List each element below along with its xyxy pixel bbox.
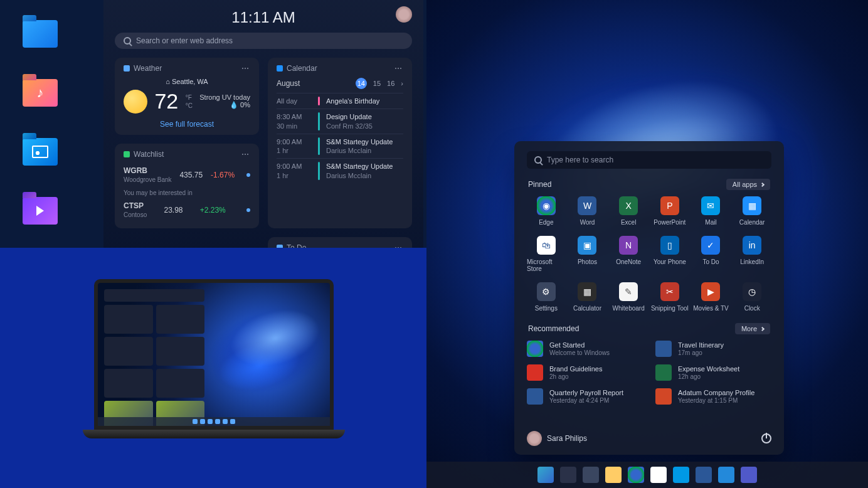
power-button[interactable] [761, 433, 771, 443]
app-icon: ◷ [743, 282, 761, 301]
pin-calculator[interactable]: ▦ Calculator [568, 282, 607, 312]
taskbar-teams[interactable] [741, 467, 757, 483]
weather-widget[interactable]: Weather ⋯ ⌂ Seattle, WA 72 °F °C Strong … [115, 58, 259, 135]
pin-excel[interactable]: X Excel [609, 196, 648, 226]
recommended-item[interactable]: Quarterly Payroll ReportYesterday at 4:2… [527, 388, 643, 405]
app-icon: 🛍 [537, 236, 556, 255]
app-icon: ✎ [619, 282, 638, 301]
pin-photos[interactable]: ▣ Photos [568, 236, 607, 272]
recommended-item[interactable]: Get StartedWelcome to Windows [527, 341, 643, 357]
calendar-event[interactable]: 9:00 AM1 hr S&M Startegy UpdateDarius Mc… [277, 158, 403, 183]
app-icon: ▶ [701, 282, 720, 301]
calendar-event[interactable]: 8:30 AM30 min Design UpdateConf Rm 32/35 [277, 109, 403, 134]
laptop-preview [94, 279, 334, 438]
stock-row[interactable]: WGRBWoodgrove Bank 435.75 -1.67% [124, 164, 250, 187]
start-search[interactable]: Type here to search [527, 151, 771, 169]
folder-pictures[interactable] [23, 138, 58, 166]
folder-documents[interactable] [23, 20, 58, 48]
widgets-avatar[interactable] [396, 6, 412, 23]
more-icon[interactable]: ⋯ [394, 64, 403, 73]
pin-calendar[interactable]: ▦ Calendar [733, 196, 771, 226]
pin-edge[interactable]: ◉ Edge [527, 196, 566, 226]
weather-extra: Strong UV today 💧 0% [199, 93, 250, 109]
taskbar-search[interactable] [560, 467, 576, 483]
weather-location: Seattle, WA [172, 78, 208, 85]
weather-units: °F °C [186, 93, 193, 110]
more-button[interactable]: More [735, 323, 770, 334]
all-apps-button[interactable]: All apps [726, 179, 770, 190]
pin-powerpoint[interactable]: P PowerPoint [650, 196, 689, 226]
app-icon: ⚙ [537, 282, 556, 301]
taskbar-task-view[interactable] [583, 467, 599, 483]
start-user[interactable]: Sara Philips [527, 431, 587, 446]
pin-snipping-tool[interactable]: ✂ Snipping Tool [650, 282, 689, 312]
play-icon [23, 197, 58, 225]
widgets-panel: 11:11 AM Search or enter web address Wea… [103, 0, 423, 248]
desktop-folders [23, 20, 58, 225]
app-icon: ▦ [743, 196, 761, 215]
app-icon: ✂ [660, 282, 679, 301]
pin-settings[interactable]: ⚙ Settings [527, 282, 566, 312]
calendar-days[interactable]: 14 15 16 › [356, 78, 403, 89]
calendar-event[interactable]: 9:00 AM1 hr S&M Startegy UpdateDarius Mc… [277, 134, 403, 159]
app-icon: ✉ [701, 196, 720, 215]
more-icon[interactable]: ⋯ [241, 150, 250, 159]
taskbar-photos[interactable] [718, 467, 734, 483]
folder-videos[interactable] [23, 197, 58, 225]
more-icon[interactable]: ⋯ [241, 64, 250, 73]
recommended-item[interactable]: Travel Itinerary17m ago [655, 341, 771, 357]
forecast-link[interactable]: See full forecast [124, 120, 250, 129]
photo-icon [23, 138, 58, 166]
recommended-item[interactable]: Adatum Company ProfileYesterday at 1:15 … [655, 388, 771, 405]
file-icon [527, 388, 543, 405]
widgets-search[interactable]: Search or enter web address [115, 33, 412, 49]
stock-dot [246, 173, 250, 177]
file-icon [527, 341, 543, 357]
app-icon: N [619, 236, 638, 255]
music-icon [23, 79, 58, 107]
pin-clock[interactable]: ◷ Clock [733, 282, 771, 312]
watchlist-widget[interactable]: Watchlist ⋯ WGRBWoodgrove Bank 435.75 -1… [115, 144, 259, 228]
taskbar-start[interactable] [537, 467, 554, 483]
taskbar-store[interactable] [650, 467, 667, 483]
watchlist-title: Watchlist [134, 150, 164, 159]
app-icon: P [660, 196, 679, 215]
chevron-right-icon [760, 182, 765, 186]
pin-your-phone[interactable]: ▯ Your Phone [650, 236, 689, 272]
pin-whiteboard[interactable]: ✎ Whiteboard [609, 282, 648, 312]
taskbar-edge[interactable] [628, 467, 644, 483]
taskbar-explorer[interactable] [605, 467, 622, 483]
recommended-item[interactable]: Brand Guidelines2h ago [527, 364, 643, 381]
pin-linkedin[interactable]: in LinkedIn [733, 236, 771, 272]
chevron-right-icon [760, 326, 765, 331]
pin-onenote[interactable]: N OneNote [609, 236, 648, 272]
calendar-event[interactable]: All day Angela's Birthday [277, 93, 403, 109]
stock-dot [246, 208, 250, 212]
file-icon [655, 341, 672, 357]
app-icon: ▯ [660, 236, 679, 255]
stock-row[interactable]: CTSPContoso 23.98 +2.23% [124, 199, 250, 222]
start-menu: Type here to search Pinned All apps ◉ Ed… [514, 141, 784, 455]
pinned-label: Pinned [528, 180, 551, 189]
calendar-widget[interactable]: Calendar ⋯ August 14 15 16 › All day Ang… [268, 58, 412, 228]
taskbar-mail[interactable] [673, 467, 689, 483]
widgets-time: 11:11 AM [115, 9, 412, 26]
pin-to-do[interactable]: ✓ To Do [692, 236, 731, 272]
search-placeholder: Search or enter web address [136, 36, 233, 45]
pin-mail[interactable]: ✉ Mail [692, 196, 731, 226]
pin-word[interactable]: W Word [568, 196, 607, 226]
app-icon: ▦ [578, 282, 596, 301]
folder-music[interactable] [23, 79, 58, 107]
pin-movies-tv[interactable]: ▶ Movies & TV [692, 282, 731, 312]
taskbar-word[interactable] [696, 467, 712, 483]
pin-microsoft-store[interactable]: 🛍 Microsoft Store [527, 236, 566, 272]
user-name: Sara Philips [547, 434, 587, 443]
search-icon [534, 156, 542, 164]
avatar-icon [527, 431, 542, 446]
app-icon: X [619, 196, 638, 215]
app-icon: W [578, 196, 596, 215]
search-icon [124, 37, 131, 45]
start-search-placeholder: Type here to search [547, 156, 613, 164]
file-icon [655, 388, 672, 405]
recommended-item[interactable]: Expense Worksheet12h ago [655, 364, 771, 381]
